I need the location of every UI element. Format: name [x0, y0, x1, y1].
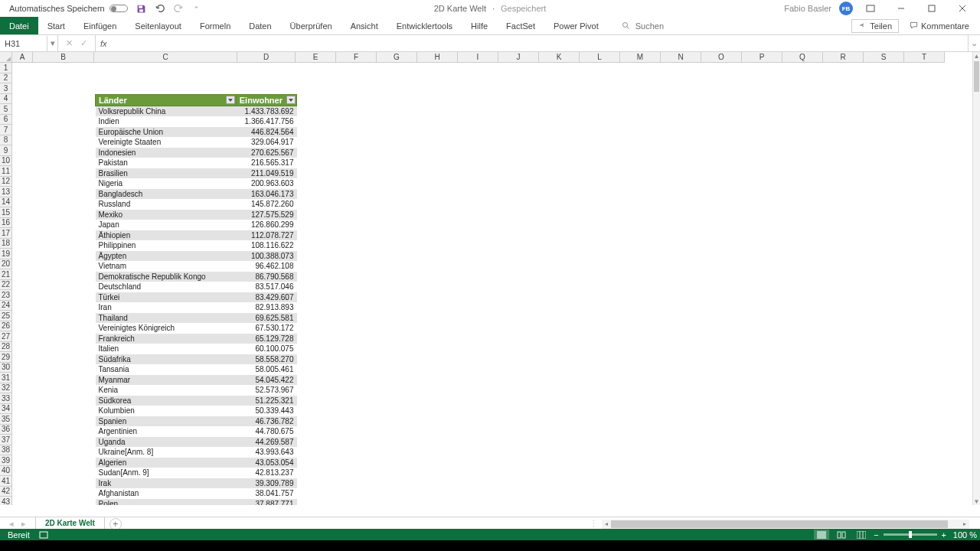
- formula-expand-icon[interactable]: ⌄: [968, 35, 980, 51]
- scroll-up-icon[interactable]: ▲: [973, 52, 980, 60]
- table-row[interactable]: Myanmar54.045.422: [96, 375, 297, 386]
- cell-population[interactable]: 86.790.568: [236, 272, 296, 282]
- row-header[interactable]: 20: [0, 259, 12, 270]
- col-header[interactable]: R: [823, 52, 864, 63]
- cell-country[interactable]: Spanien: [96, 416, 237, 427]
- row-header[interactable]: 42: [0, 487, 12, 497]
- table-row[interactable]: Südkorea51.225.321: [96, 396, 297, 406]
- table-row[interactable]: Volksrepublik China1.433.783.692: [96, 106, 297, 117]
- table-row[interactable]: Mexiko127.575.529: [96, 210, 297, 220]
- comments-button[interactable]: Kommentare: [905, 20, 974, 32]
- cell-country[interactable]: Frankreich: [96, 334, 237, 344]
- row-header[interactable]: 12: [0, 177, 12, 187]
- cell-population[interactable]: 38.041.757: [236, 488, 296, 499]
- table-row[interactable]: Indonesien270.625.567: [96, 148, 297, 158]
- cell-population[interactable]: 65.129.728: [236, 334, 296, 344]
- cell-population[interactable]: 211.049.519: [236, 168, 296, 179]
- cell-country[interactable]: Thailand: [96, 313, 237, 324]
- cell-population[interactable]: 82.913.893: [236, 302, 296, 313]
- cell-country[interactable]: Vietnam: [96, 261, 237, 272]
- row-header[interactable]: 7: [0, 125, 12, 135]
- cell-population[interactable]: 329.064.917: [236, 137, 296, 148]
- header-population[interactable]: Einwohner: [236, 95, 296, 106]
- table-row[interactable]: Kolumbien50.339.443: [96, 406, 297, 416]
- cell-country[interactable]: Philippinen: [96, 240, 237, 251]
- table-row[interactable]: Italien60.100.075: [96, 344, 297, 354]
- close-icon[interactable]: [949, 0, 975, 17]
- vscroll-thumb[interactable]: [974, 61, 979, 92]
- col-header[interactable]: E: [296, 52, 336, 63]
- cell-population[interactable]: 270.625.567: [236, 148, 296, 158]
- table-row[interactable]: Deutschland83.517.046: [96, 282, 297, 292]
- cell-country[interactable]: Myanmar: [96, 375, 237, 386]
- row-header[interactable]: 2: [0, 73, 12, 84]
- share-button[interactable]: Teilen: [851, 19, 899, 33]
- table-row[interactable]: Vereinigte Staaten329.064.917: [96, 137, 297, 148]
- col-header[interactable]: K: [539, 52, 580, 63]
- cell-country[interactable]: Volksrepublik China: [96, 106, 237, 117]
- cell-country[interactable]: Bangladesch: [96, 189, 237, 200]
- cell-population[interactable]: 50.339.443: [236, 406, 296, 416]
- scroll-right-icon[interactable]: ▸: [960, 520, 969, 527]
- row-header[interactable]: 5: [0, 104, 12, 115]
- vertical-scrollbar[interactable]: ▲ ▼: [972, 52, 980, 505]
- cell-population[interactable]: 39.309.789: [236, 478, 296, 489]
- ribbon-tab-hilfe[interactable]: Hilfe: [462, 17, 497, 34]
- cell-country[interactable]: Polen: [96, 499, 237, 506]
- row-header[interactable]: 35: [0, 414, 12, 425]
- col-header[interactable]: P: [742, 52, 782, 63]
- ribbon-tab-entwicklertools[interactable]: Entwicklertools: [387, 17, 462, 34]
- hscroll-thumb[interactable]: [611, 520, 948, 528]
- row-header[interactable]: 25: [0, 311, 12, 321]
- col-header[interactable]: G: [377, 52, 417, 63]
- cell-country[interactable]: Afghanistan: [96, 488, 237, 499]
- table-row[interactable]: Sudan[Anm. 9]42.813.237: [96, 468, 297, 478]
- row-header[interactable]: 21: [0, 269, 12, 280]
- row-header[interactable]: 29: [0, 352, 12, 363]
- row-header[interactable]: 31: [0, 373, 12, 383]
- save-icon[interactable]: [136, 2, 148, 15]
- table-row[interactable]: Tansania58.005.461: [96, 364, 297, 375]
- table-row[interactable]: Spanien46.736.782: [96, 416, 297, 427]
- avatar[interactable]: FB: [839, 2, 853, 15]
- table-row[interactable]: Kenia52.573.967: [96, 385, 297, 396]
- row-header[interactable]: 14: [0, 197, 12, 208]
- col-header[interactable]: H: [417, 52, 458, 63]
- col-header[interactable]: T: [904, 52, 945, 63]
- cell-country[interactable]: Ägypten: [96, 251, 237, 262]
- row-header[interactable]: 36: [0, 425, 12, 435]
- ribbon-tab-factset[interactable]: FactSet: [497, 17, 544, 34]
- cell-population[interactable]: 1.433.783.692: [236, 106, 296, 117]
- cell-country[interactable]: Südafrika: [96, 354, 237, 365]
- cells-area[interactable]: Länder Einwohner Volksrepublik China1.43…: [12, 63, 972, 505]
- table-row[interactable]: Vereinigtes Königreich67.530.172: [96, 323, 297, 334]
- zoom-slider[interactable]: − +: [874, 530, 946, 540]
- row-header[interactable]: 22: [0, 280, 12, 291]
- table-row[interactable]: Algerien43.053.054: [96, 458, 297, 468]
- ribbon-mode-icon[interactable]: [858, 0, 884, 17]
- row-header[interactable]: 28: [0, 342, 12, 353]
- row-header[interactable]: 3: [0, 83, 12, 94]
- cell-country[interactable]: Argentinien: [96, 426, 237, 437]
- row-header[interactable]: 19: [0, 249, 12, 259]
- table-row[interactable]: Argentinien44.780.675: [96, 426, 297, 437]
- cell-country[interactable]: Iran: [96, 302, 237, 313]
- row-header[interactable]: 32: [0, 383, 12, 394]
- col-header[interactable]: C: [94, 52, 237, 63]
- cell-country[interactable]: Europäische Union: [96, 127, 237, 138]
- name-box[interactable]: [0, 36, 47, 51]
- table-row[interactable]: Thailand69.625.581: [96, 313, 297, 324]
- cell-country[interactable]: Vereinigtes Königreich: [96, 323, 237, 334]
- row-header[interactable]: 41: [0, 476, 12, 487]
- row-header[interactable]: 37: [0, 435, 12, 445]
- cell-country[interactable]: Südkorea: [96, 396, 237, 406]
- maximize-icon[interactable]: [919, 0, 945, 17]
- cell-country[interactable]: Indonesien: [96, 148, 237, 158]
- row-header[interactable]: 16: [0, 218, 12, 229]
- cell-population[interactable]: 67.530.172: [236, 323, 296, 334]
- search-input[interactable]: [635, 21, 681, 31]
- cell-population[interactable]: 44.269.587: [236, 437, 296, 448]
- cell-population[interactable]: 37.887.771: [236, 499, 296, 506]
- table-row[interactable]: Äthiopien112.078.727: [96, 230, 297, 241]
- cell-country[interactable]: Tansania: [96, 364, 237, 375]
